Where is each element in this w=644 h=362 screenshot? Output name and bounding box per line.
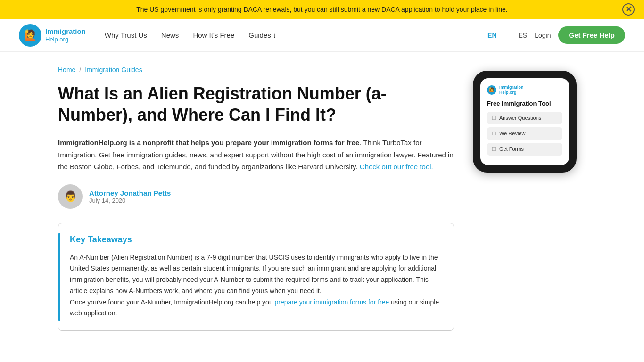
content-area: Home / Immigration Guides What Is an Ali… <box>58 52 454 345</box>
phone-logo-text: ImmigrationHelp.org <box>499 85 524 95</box>
lang-en[interactable]: EN <box>487 32 496 39</box>
article-intro: ImmigrationHelp.org is a nonprofit that … <box>58 137 454 173</box>
phone-logo-icon: 🙋 <box>487 85 496 95</box>
phone-step-1: Answer Questions <box>487 112 562 124</box>
login-button[interactable]: Login <box>535 32 551 39</box>
article-title: What Is an Alien Registration Number (a-… <box>58 83 454 125</box>
main-nav: Why Trust Us News How It's Free Guides ↓ <box>105 31 487 39</box>
sidebar: 🙋 ImmigrationHelp.org Free Immigration T… <box>473 52 586 345</box>
nav-how-its-free[interactable]: How It's Free <box>193 31 234 39</box>
lang-es[interactable]: ES <box>519 32 528 39</box>
avatar: 👨 <box>58 184 83 209</box>
nav-guides[interactable]: Guides ↓ <box>248 31 276 39</box>
main-container: Home / Immigration Guides What Is an Ali… <box>39 52 605 345</box>
announcement-banner: The US government is only granting DACA … <box>0 0 644 19</box>
phone-mockup: 🙋 ImmigrationHelp.org Free Immigration T… <box>473 71 577 173</box>
phone-step-2: We Review <box>487 127 562 140</box>
takeaways-p1: An A-Number (Alien Registration Number) … <box>70 254 438 295</box>
site-logo[interactable]: 🙋 Immigration Help.org <box>19 24 86 47</box>
phone-tool-title: Free Immigration Tool <box>487 100 562 107</box>
nav-why-trust-us[interactable]: Why Trust Us <box>105 31 147 39</box>
author-name[interactable]: Attorney Jonathan Petts <box>89 189 171 197</box>
takeaways-link[interactable]: prepare your immigration forms for free <box>275 298 389 306</box>
key-takeaways-text: An A-Number (Alien Registration Number) … <box>70 252 442 320</box>
key-takeaways-title: Key Takeaways <box>70 235 442 245</box>
header-right: EN — ES Login Get Free Help <box>487 26 625 44</box>
logo-text: Immigration Help.org <box>45 27 86 43</box>
lang-separator: — <box>504 32 511 39</box>
site-header: 🙋 Immigration Help.org Why Trust Us News… <box>0 19 644 52</box>
intro-link[interactable]: Check out our free tool. <box>360 163 433 171</box>
author-info: Attorney Jonathan Petts July 14, 2020 <box>89 189 171 204</box>
nav-news[interactable]: News <box>161 31 179 39</box>
breadcrumb-separator: / <box>79 66 81 74</box>
author-date: July 14, 2020 <box>89 197 171 204</box>
breadcrumb: Home / Immigration Guides <box>58 66 454 74</box>
intro-bold: ImmigrationHelp.org is a nonprofit that … <box>58 139 359 147</box>
phone-header: 🙋 ImmigrationHelp.org <box>487 85 562 95</box>
breadcrumb-current[interactable]: Immigration Guides <box>85 66 142 74</box>
key-takeaways-box: Key Takeaways An A-Number (Alien Registr… <box>58 223 454 331</box>
author-area: 👨 Attorney Jonathan Petts July 14, 2020 <box>58 184 454 209</box>
phone-step-3: Get Forms <box>487 143 562 156</box>
takeaways-p2: Once you've found your A-Number, Immigra… <box>70 298 275 306</box>
banner-text: The US government is only granting DACA … <box>136 6 508 13</box>
breadcrumb-home[interactable]: Home <box>58 66 75 74</box>
get-free-help-button[interactable]: Get Free Help <box>558 26 625 44</box>
phone-screen: 🙋 ImmigrationHelp.org Free Immigration T… <box>480 78 569 165</box>
logo-icon: 🙋 <box>19 24 41 47</box>
close-banner-button[interactable]: ✕ <box>622 3 635 16</box>
